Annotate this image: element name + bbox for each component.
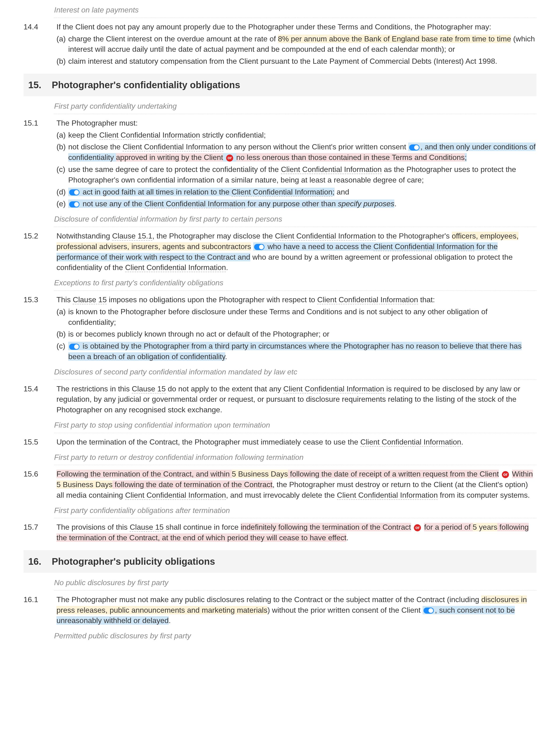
- clause-15-7: 15.7 The provisions of this Clause 15 sh…: [23, 522, 537, 543]
- section-title: Photographer's publicity obligations: [52, 555, 215, 568]
- clause-body: Following the termination of the Contrac…: [56, 469, 537, 500]
- sub-text: use the same degree of care to protect t…: [68, 164, 537, 185]
- text: , the Photographer may disclose the: [152, 232, 275, 240]
- clause-15-6: 15.6 Following the termination of the Co…: [23, 469, 537, 500]
- text: ;: [332, 188, 334, 196]
- clause-number: 15.4: [23, 384, 56, 394]
- subheading-disclosure-certain: Disclosure of confidential information b…: [54, 211, 537, 227]
- text: .: [169, 616, 171, 625]
- or-badge-icon[interactable]: or: [226, 155, 233, 162]
- subheading-exceptions: Exceptions to first party's confidential…: [54, 275, 537, 291]
- clause-number: 15.6: [23, 469, 56, 479]
- sub-letter: (b): [56, 142, 68, 163]
- highlighted-text: 5 years: [473, 523, 498, 531]
- clause-15-2: 15.2 Notwithstanding Clause 15.1, the Ph…: [23, 231, 537, 273]
- toggle-icon[interactable]: [69, 344, 80, 350]
- sub-text: is known to the Photographer before disc…: [68, 306, 537, 328]
- defined-term[interactable]: Client Confidential Information: [337, 491, 438, 500]
- defined-term[interactable]: Client Confidential Information: [99, 131, 200, 140]
- clause-body: If the Client does not pay any amount pr…: [56, 22, 537, 66]
- sub-item-b: (b) not disclose the Client Confidential…: [56, 142, 537, 163]
- sub-letter: (b): [56, 329, 68, 339]
- cross-ref-link[interactable]: Clause 15: [73, 295, 107, 304]
- defined-term[interactable]: Client Confidential Information: [281, 165, 382, 174]
- sub-letter: (a): [56, 34, 68, 55]
- clause-number: 16.1: [23, 594, 56, 605]
- text: to the Photographer's: [376, 232, 452, 240]
- defined-term[interactable]: Client Confidential Information: [275, 232, 376, 241]
- sub-text: not use any of the Client Confidential I…: [68, 198, 537, 209]
- text: Within: [512, 470, 533, 478]
- clause-number: 15.1: [23, 118, 56, 128]
- clause-15-1: 15.1 The Photographer must: (a) keep the…: [23, 118, 537, 209]
- clause-number: 15.5: [23, 437, 56, 447]
- clause-15-3: 15.3 This Clause 15 imposes no obligatio…: [23, 294, 537, 362]
- defined-term[interactable]: Client Confidential Information: [374, 242, 474, 251]
- text: and: [334, 188, 349, 196]
- defined-term[interactable]: Client Confidential Information: [125, 491, 226, 500]
- sub-item-b: (b) claim interest and statutory compens…: [56, 56, 537, 66]
- text: imposes no obligations upon the Photogra…: [107, 295, 317, 304]
- defined-term[interactable]: Client Confidential Information: [232, 188, 332, 197]
- section-15-header: 15. Photographer's confidentiality oblig…: [23, 73, 537, 96]
- sub-letter: (a): [56, 306, 68, 328]
- clause-body: The provisions of this Clause 15 shall c…: [56, 522, 537, 543]
- text: is obtained by the Photographer from a t…: [68, 342, 522, 361]
- placeholder-text: specify purposes: [338, 199, 394, 208]
- subheading-mandated-law: Disclosures of second party confidential…: [54, 364, 537, 380]
- section-title: Photographer's confidentiality obligatio…: [52, 78, 240, 92]
- optional-wrapper: act in good faith at all times in relati…: [68, 188, 334, 196]
- clause-body: The restrictions in this Clause 15 do no…: [56, 384, 537, 415]
- alt-option-b: no less onerous than those contained in …: [236, 153, 465, 162]
- text: act in good faith at all times in relati…: [81, 188, 232, 196]
- text: ;: [465, 153, 467, 162]
- text: to any person without the Client's prior…: [224, 143, 408, 151]
- text: .: [346, 534, 348, 542]
- highlighted-text: 8% per annum above the Bank of England b…: [278, 34, 511, 43]
- alt-option-a: Following the termination of the Contrac…: [56, 470, 499, 478]
- section-16-header: 16. Photographer's publicity obligations: [23, 550, 537, 573]
- text: for a period of: [424, 523, 472, 531]
- subheading-interest-late: Interest on late payments: [54, 2, 537, 18]
- toggle-icon[interactable]: [69, 189, 80, 195]
- clause-number: 14.4: [23, 22, 56, 32]
- toggle-icon[interactable]: [69, 201, 80, 207]
- or-badge-icon[interactable]: or: [414, 524, 421, 531]
- clause-14-4: 14.4 If the Client does not pay any amou…: [23, 22, 537, 66]
- toggle-icon[interactable]: [254, 244, 265, 250]
- sub-item-c: (c) is obtained by the Photographer from…: [56, 341, 537, 362]
- defined-term[interactable]: Client Confidential Information: [144, 199, 245, 208]
- sub-text: act in good faith at all times in relati…: [68, 187, 537, 197]
- defined-term[interactable]: Client Confidential Information: [317, 295, 418, 304]
- toggle-icon[interactable]: [409, 144, 420, 151]
- defined-term[interactable]: Client Confidential Information: [360, 438, 461, 447]
- text: Notwithstanding: [56, 232, 112, 240]
- cross-ref-link[interactable]: Clause 15.1: [112, 232, 152, 241]
- sub-letter: (d): [56, 187, 68, 197]
- defined-term[interactable]: Client Confidential Information: [125, 263, 226, 272]
- or-badge-icon[interactable]: or: [502, 471, 509, 478]
- clause-lead: If the Client does not pay any amount pr…: [56, 23, 491, 31]
- sub-item-a: (a) is known to the Photographer before …: [56, 306, 537, 328]
- subheading-permitted-public: Permitted public disclosures by first pa…: [54, 628, 537, 643]
- subheading-first-party-conf: First party confidentiality undertaking: [54, 99, 537, 114]
- sub-text: is obtained by the Photographer from a t…: [68, 341, 537, 362]
- clause-15-4: 15.4 The restrictions in this Clause 15 …: [23, 384, 537, 415]
- text: not disclose the: [68, 143, 123, 151]
- cross-ref-link[interactable]: Clause 15: [132, 385, 166, 394]
- text: The Photographer must not make any publi…: [56, 595, 481, 604]
- text: from its computer systems.: [438, 491, 530, 499]
- clause-16-1: 16.1 The Photographer must not make any …: [23, 594, 537, 626]
- clause-lead: The Photographer must:: [56, 119, 138, 127]
- defined-term[interactable]: Client Confidential Information: [123, 143, 224, 151]
- sub-item-b: (b) is or becomes publicly known through…: [56, 329, 537, 339]
- sub-letter: (b): [56, 56, 68, 66]
- highlighted-text: 5 Business Days: [56, 480, 113, 489]
- text: shall continue in force: [163, 523, 241, 531]
- defined-term[interactable]: Client Confidential Information: [283, 385, 384, 394]
- toggle-icon[interactable]: [424, 607, 434, 614]
- text: that:: [418, 295, 435, 304]
- clause-15-5: 15.5 Upon the termination of the Contrac…: [23, 437, 537, 447]
- document-page: Interest on late payments 14.4 If the Cl…: [0, 2, 560, 657]
- cross-ref-link[interactable]: Clause 15: [130, 523, 163, 532]
